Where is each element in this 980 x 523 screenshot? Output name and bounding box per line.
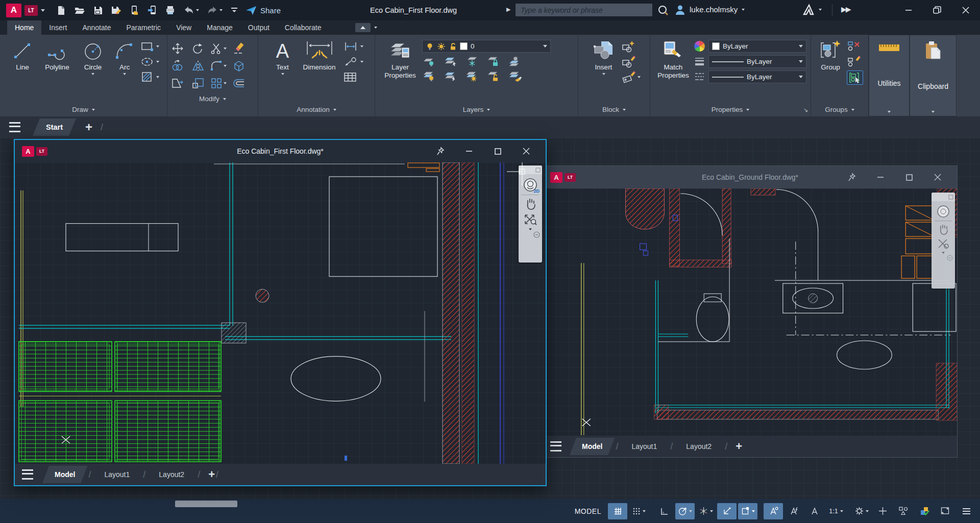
polyline-button[interactable]: Polyline — [39, 39, 75, 103]
ground-pan-icon[interactable] — [937, 223, 950, 236]
insert-button[interactable]: Insert — [588, 39, 620, 103]
save-as-button[interactable] — [111, 5, 121, 15]
group-selection-toggle[interactable] — [847, 70, 863, 85]
first-close-button[interactable] — [512, 148, 541, 155]
object-snap-toggle[interactable] — [738, 503, 757, 519]
annotation-autoscale-toggle[interactable] — [785, 503, 804, 519]
qat-customize-button[interactable] — [230, 6, 238, 15]
panel-label-modify[interactable]: Modify — [167, 92, 258, 106]
redo-button[interactable] — [207, 6, 223, 15]
isolate-objects-button[interactable] — [894, 503, 913, 519]
rotate-button[interactable] — [191, 42, 205, 55]
open-from-mobile-button[interactable] — [129, 5, 139, 15]
file-tabs-menu-icon[interactable] — [9, 122, 20, 132]
close-button[interactable] — [951, 0, 980, 20]
crosshair-plus-button[interactable] — [873, 503, 892, 519]
clean-screen-button[interactable] — [936, 503, 955, 519]
object-snap-tracking-toggle[interactable] — [717, 503, 737, 519]
trim-button[interactable] — [210, 42, 227, 55]
snap-mode-toggle[interactable] — [629, 503, 648, 519]
tab-view[interactable]: View — [168, 20, 199, 35]
copy-button[interactable] — [171, 60, 184, 72]
ground-tab-layout1[interactable]: Layout1 — [619, 438, 669, 455]
ortho-toggle[interactable] — [654, 503, 674, 519]
edit-block-button[interactable] — [622, 55, 641, 68]
panel-label-groups[interactable]: Groups — [811, 103, 868, 116]
layer-make-current-button[interactable] — [508, 55, 522, 67]
autodesk-menu-button[interactable] — [802, 4, 822, 16]
panel-label-block[interactable]: Block — [578, 103, 650, 116]
ground-tab-layout2[interactable]: Layout2 — [674, 438, 724, 455]
scale-button[interactable] — [191, 77, 205, 89]
ground-pin-button[interactable] — [838, 173, 866, 182]
panel-utilities[interactable]: Utilities — [869, 35, 910, 116]
ground-maximize-button[interactable] — [895, 174, 923, 181]
first-tabs-menu-icon[interactable] — [22, 469, 33, 480]
first-maximize-button[interactable] — [483, 148, 512, 155]
customization-menu-button[interactable] — [957, 503, 976, 519]
model-space-button[interactable]: MODEL — [575, 507, 601, 515]
line-button[interactable]: Line — [8, 39, 37, 103]
offset-button[interactable] — [232, 77, 246, 89]
panel-label-properties[interactable]: Properties — [650, 103, 811, 116]
lineweight-icon[interactable] — [694, 56, 705, 67]
layer-select-combo[interactable]: 0 — [422, 40, 551, 53]
fillet-button[interactable] — [210, 60, 227, 72]
plot-button[interactable] — [165, 5, 176, 15]
explode-button[interactable] — [232, 60, 246, 72]
dim-linear-button[interactable] — [344, 40, 363, 53]
ground-new-layout-button[interactable]: + — [736, 440, 742, 453]
file-tab-start[interactable]: Start — [33, 118, 76, 136]
mirror-button[interactable] — [191, 60, 205, 72]
ground-zoom-extents-icon[interactable] — [937, 236, 950, 250]
minimize-button[interactable] — [894, 0, 923, 20]
restore-button[interactable] — [923, 0, 951, 20]
annotation-scale-button[interactable] — [805, 503, 825, 519]
ellipse-tool-button[interactable] — [140, 55, 159, 68]
layer-freeze-button[interactable] — [465, 55, 479, 67]
overflow-chevrons-icon[interactable]: ▶▶ — [841, 5, 850, 13]
pan-hand-icon[interactable] — [523, 197, 537, 211]
hatch-tool-button[interactable] — [140, 70, 159, 84]
open-file-button[interactable] — [74, 5, 85, 15]
array-button[interactable] — [210, 77, 227, 89]
workspace[interactable]: A LT Eco Cabin_Ground Floor.dwg* — [0, 138, 980, 499]
first-tab-layout2[interactable]: Layout2 — [146, 466, 197, 483]
color-wheel-icon[interactable] — [694, 41, 705, 52]
layer-on-button[interactable] — [422, 70, 436, 82]
ground-tabs-menu-icon[interactable] — [550, 441, 561, 451]
group-edit-button[interactable] — [847, 55, 863, 68]
polar-tracking-toggle[interactable] — [675, 503, 695, 519]
erase-button[interactable] — [232, 42, 246, 55]
ground-close-button[interactable] — [923, 174, 952, 181]
ground-navigation-bar[interactable] — [932, 193, 955, 289]
stretch-button[interactable] — [171, 77, 184, 89]
search-input[interactable] — [516, 4, 652, 16]
save-to-mobile-button[interactable] — [147, 5, 157, 15]
ribbon-collapse-button[interactable] — [355, 23, 371, 32]
tab-home[interactable]: Home — [7, 20, 41, 35]
user-account-button[interactable]: luke.cholmsky — [675, 4, 745, 15]
linetype-icon[interactable] — [694, 72, 705, 82]
panel-label-layers[interactable]: Layers — [375, 103, 578, 116]
undo-button[interactable] — [183, 6, 199, 15]
lineweight-combo[interactable]: ByLayer — [708, 55, 806, 68]
first-window-titlebar[interactable]: A LT Eco Cabin_First Floor.dwg* — [15, 140, 546, 162]
linetype-combo[interactable]: ByLayer — [708, 70, 806, 83]
first-new-layout-button[interactable]: + — [208, 468, 215, 481]
group-button[interactable]: Group — [816, 39, 845, 103]
tab-insert[interactable]: Insert — [41, 20, 75, 35]
layer-lock-button[interactable] — [486, 55, 501, 67]
tab-parametric[interactable]: Parametric — [118, 20, 168, 35]
tab-output[interactable]: Output — [240, 20, 277, 35]
object-color-combo[interactable]: ByLayer — [708, 40, 806, 53]
circle-button[interactable]: Circle — [77, 39, 109, 103]
save-button[interactable] — [93, 5, 103, 15]
layer-properties-button[interactable]: Layer Properties — [380, 39, 420, 103]
ground-steering-wheel-icon[interactable] — [936, 204, 950, 219]
create-block-button[interactable] — [622, 40, 641, 53]
navbar-collapse-icon[interactable] — [533, 231, 540, 238]
new-file-button[interactable] — [56, 5, 66, 15]
new-drawing-button[interactable]: + — [85, 120, 92, 134]
graphics-performance-button[interactable] — [915, 503, 934, 519]
